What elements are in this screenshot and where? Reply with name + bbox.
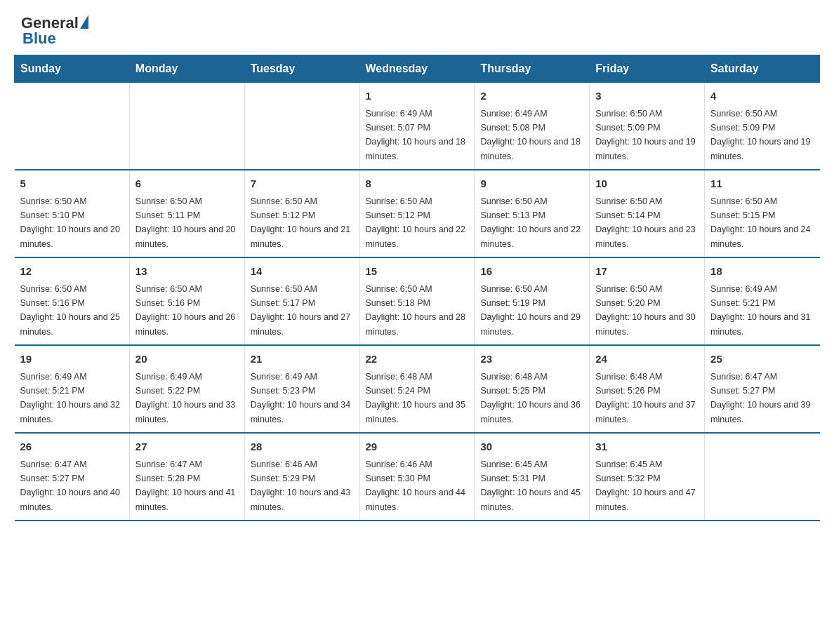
day-number: 24 — [595, 351, 699, 368]
calendar-cell: 2 Sunrise: 6:49 AMSunset: 5:08 PMDayligh… — [475, 83, 590, 170]
day-of-week-header: Monday — [129, 55, 244, 83]
day-info: Sunrise: 6:50 AMSunset: 5:19 PMDaylight:… — [480, 284, 580, 337]
day-number: 28 — [251, 439, 354, 455]
calendar-cell: 9 Sunrise: 6:50 AMSunset: 5:13 PMDayligh… — [475, 170, 590, 257]
day-info: Sunrise: 6:50 AMSunset: 5:12 PMDaylight:… — [251, 196, 350, 249]
calendar-cell: 10 Sunrise: 6:50 AMSunset: 5:14 PMDaylig… — [590, 170, 705, 257]
calendar-cell: 17 Sunrise: 6:50 AMSunset: 5:20 PMDaylig… — [590, 257, 705, 345]
day-info: Sunrise: 6:50 AMSunset: 5:11 PMDaylight:… — [135, 196, 235, 249]
calendar-cell: 11 Sunrise: 6:50 AMSunset: 5:15 PMDaylig… — [705, 170, 820, 257]
day-number: 26 — [20, 439, 124, 455]
day-info: Sunrise: 6:49 AMSunset: 5:21 PMDaylight:… — [20, 372, 120, 424]
day-number: 3 — [595, 88, 699, 105]
day-info: Sunrise: 6:50 AMSunset: 5:10 PMDaylight:… — [20, 196, 120, 249]
day-number: 17 — [595, 264, 699, 280]
day-info: Sunrise: 6:47 AMSunset: 5:27 PMDaylight:… — [710, 372, 810, 424]
day-number: 22 — [366, 351, 469, 368]
calendar-week-row: 26 Sunrise: 6:47 AMSunset: 5:27 PMDaylig… — [15, 433, 820, 521]
day-number: 27 — [135, 439, 239, 455]
day-info: Sunrise: 6:50 AMSunset: 5:09 PMDaylight:… — [595, 109, 695, 161]
day-number: 20 — [135, 351, 239, 368]
day-number: 12 — [20, 264, 124, 280]
page-header: General Blue — [0, 0, 834, 55]
calendar-cell: 28 Sunrise: 6:46 AMSunset: 5:29 PMDaylig… — [244, 433, 359, 521]
day-info: Sunrise: 6:50 AMSunset: 5:16 PMDaylight:… — [20, 284, 120, 337]
calendar-cell: 15 Sunrise: 6:50 AMSunset: 5:18 PMDaylig… — [359, 257, 475, 345]
calendar-cell: 6 Sunrise: 6:50 AMSunset: 5:11 PMDayligh… — [129, 170, 244, 257]
calendar-cell: 12 Sunrise: 6:50 AMSunset: 5:16 PMDaylig… — [15, 257, 130, 345]
calendar-body: 1 Sunrise: 6:49 AMSunset: 5:07 PMDayligh… — [15, 83, 820, 521]
day-number: 15 — [366, 264, 469, 280]
day-info: Sunrise: 6:50 AMSunset: 5:13 PMDaylight:… — [480, 196, 580, 249]
day-number: 14 — [251, 264, 354, 280]
day-number: 19 — [20, 351, 124, 368]
day-number: 1 — [366, 88, 469, 105]
day-info: Sunrise: 6:50 AMSunset: 5:16 PMDaylight:… — [135, 284, 235, 337]
calendar-cell: 8 Sunrise: 6:50 AMSunset: 5:12 PMDayligh… — [359, 170, 475, 257]
calendar-cell: 26 Sunrise: 6:47 AMSunset: 5:27 PMDaylig… — [15, 433, 130, 521]
calendar-cell: 24 Sunrise: 6:48 AMSunset: 5:26 PMDaylig… — [590, 345, 705, 433]
calendar-cell: 18 Sunrise: 6:49 AMSunset: 5:21 PMDaylig… — [705, 257, 820, 345]
calendar-cell: 29 Sunrise: 6:46 AMSunset: 5:30 PMDaylig… — [359, 433, 475, 521]
calendar-cell: 27 Sunrise: 6:47 AMSunset: 5:28 PMDaylig… — [129, 433, 244, 521]
day-number: 21 — [251, 351, 354, 368]
calendar-container: SundayMondayTuesdayWednesdayThursdayFrid… — [0, 55, 834, 535]
day-number: 4 — [710, 88, 814, 105]
day-info: Sunrise: 6:48 AMSunset: 5:25 PMDaylight:… — [480, 372, 580, 424]
calendar-cell: 16 Sunrise: 6:50 AMSunset: 5:19 PMDaylig… — [475, 257, 590, 345]
day-info: Sunrise: 6:50 AMSunset: 5:09 PMDaylight:… — [710, 109, 810, 161]
logo: General Blue — [21, 14, 88, 48]
day-info: Sunrise: 6:50 AMSunset: 5:17 PMDaylight:… — [251, 284, 350, 337]
calendar-cell: 14 Sunrise: 6:50 AMSunset: 5:17 PMDaylig… — [244, 257, 359, 345]
day-info: Sunrise: 6:48 AMSunset: 5:26 PMDaylight:… — [595, 372, 695, 424]
day-info: Sunrise: 6:46 AMSunset: 5:30 PMDaylight:… — [366, 459, 465, 512]
calendar-table: SundayMondayTuesdayWednesdayThursdayFrid… — [14, 55, 820, 521]
calendar-cell: 4 Sunrise: 6:50 AMSunset: 5:09 PMDayligh… — [705, 83, 820, 170]
day-number: 30 — [480, 439, 583, 455]
day-info: Sunrise: 6:45 AMSunset: 5:31 PMDaylight:… — [480, 459, 580, 512]
day-info: Sunrise: 6:50 AMSunset: 5:18 PMDaylight:… — [366, 284, 465, 337]
day-of-week-header: Friday — [590, 55, 705, 83]
day-info: Sunrise: 6:47 AMSunset: 5:27 PMDaylight:… — [20, 459, 120, 512]
day-number: 8 — [366, 176, 469, 192]
day-info: Sunrise: 6:49 AMSunset: 5:22 PMDaylight:… — [135, 372, 235, 424]
day-info: Sunrise: 6:47 AMSunset: 5:28 PMDaylight:… — [135, 459, 235, 512]
day-number: 16 — [480, 264, 583, 280]
calendar-cell: 21 Sunrise: 6:49 AMSunset: 5:23 PMDaylig… — [244, 345, 359, 433]
day-number: 31 — [595, 439, 699, 455]
day-info: Sunrise: 6:49 AMSunset: 5:08 PMDaylight:… — [480, 109, 580, 161]
calendar-cell — [705, 433, 820, 521]
calendar-header: SundayMondayTuesdayWednesdayThursdayFrid… — [15, 55, 820, 83]
day-number: 18 — [710, 264, 814, 280]
day-number: 23 — [480, 351, 583, 368]
day-info: Sunrise: 6:49 AMSunset: 5:07 PMDaylight:… — [366, 109, 465, 161]
day-of-week-header: Thursday — [475, 55, 590, 83]
day-info: Sunrise: 6:45 AMSunset: 5:32 PMDaylight:… — [595, 459, 695, 512]
calendar-cell — [15, 83, 130, 170]
day-number: 7 — [251, 176, 354, 192]
calendar-week-row: 1 Sunrise: 6:49 AMSunset: 5:07 PMDayligh… — [15, 83, 820, 170]
day-number: 25 — [710, 351, 814, 368]
calendar-cell: 19 Sunrise: 6:49 AMSunset: 5:21 PMDaylig… — [15, 345, 130, 433]
calendar-cell: 3 Sunrise: 6:50 AMSunset: 5:09 PMDayligh… — [590, 83, 705, 170]
logo-blue-text: Blue — [21, 29, 56, 48]
calendar-week-row: 5 Sunrise: 6:50 AMSunset: 5:10 PMDayligh… — [15, 170, 820, 257]
calendar-cell — [244, 83, 359, 170]
day-of-week-header: Tuesday — [244, 55, 359, 83]
calendar-cell: 7 Sunrise: 6:50 AMSunset: 5:12 PMDayligh… — [244, 170, 359, 257]
calendar-cell: 20 Sunrise: 6:49 AMSunset: 5:22 PMDaylig… — [129, 345, 244, 433]
day-number: 2 — [480, 88, 583, 105]
day-info: Sunrise: 6:50 AMSunset: 5:20 PMDaylight:… — [595, 284, 695, 337]
calendar-cell: 22 Sunrise: 6:48 AMSunset: 5:24 PMDaylig… — [359, 345, 475, 433]
calendar-cell: 25 Sunrise: 6:47 AMSunset: 5:27 PMDaylig… — [705, 345, 820, 433]
calendar-week-row: 19 Sunrise: 6:49 AMSunset: 5:21 PMDaylig… — [15, 345, 820, 433]
day-info: Sunrise: 6:46 AMSunset: 5:29 PMDaylight:… — [251, 459, 350, 512]
day-of-week-header: Sunday — [15, 55, 130, 83]
day-number: 10 — [595, 176, 699, 192]
day-info: Sunrise: 6:50 AMSunset: 5:12 PMDaylight:… — [366, 196, 465, 249]
calendar-cell: 1 Sunrise: 6:49 AMSunset: 5:07 PMDayligh… — [359, 83, 475, 170]
calendar-week-row: 12 Sunrise: 6:50 AMSunset: 5:16 PMDaylig… — [15, 257, 820, 345]
day-number: 9 — [480, 176, 583, 192]
calendar-cell: 31 Sunrise: 6:45 AMSunset: 5:32 PMDaylig… — [590, 433, 705, 521]
day-number: 6 — [135, 176, 239, 192]
